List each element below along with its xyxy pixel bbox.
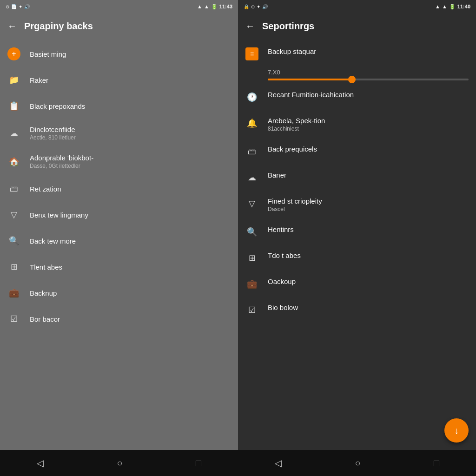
right-panel: 🔒 ⊙ ✦ 🔊 ▲ ▲ 🔋 11:40 ← Seportinrgs ≡ Back… xyxy=(238,0,476,476)
list-item-ret[interactable]: 🗃 Ret zation xyxy=(0,176,238,202)
slider-value: 7.X0 xyxy=(268,69,469,76)
recent-fum-icon: 🕐 xyxy=(245,91,258,104)
slider-area: 7.X0 xyxy=(238,67,476,84)
baner-icon: ☁ xyxy=(245,171,258,184)
list-item-adonp[interactable]: 🏠 Adonprable 'biokbot- Dasse, 0Gt ilette… xyxy=(0,147,238,176)
right-wifi-icon: ▲ xyxy=(435,4,440,9)
benx-icon: ▽ xyxy=(7,208,20,221)
tdo-tabes-primary: Tdo t abes xyxy=(268,251,469,259)
hentinrs-icon: 🔍 xyxy=(245,225,258,238)
list-item-raker[interactable]: 📁 Raker xyxy=(0,67,238,93)
arebela-secondary: 81acchiniest xyxy=(268,126,469,132)
tdo-tabes-icon: ⊞ xyxy=(245,251,258,264)
black-icon: 📋 xyxy=(7,99,20,112)
left-nav-back[interactable]: ◁ xyxy=(26,454,55,472)
settings-item-baner[interactable]: ☁ Baner xyxy=(238,165,476,191)
right-status-icons: 🔒 ⊙ ✦ 🔊 xyxy=(244,4,268,9)
back-prequicels-text: Back prequicels xyxy=(268,145,469,153)
bio-bolow-icon: ☑ xyxy=(245,304,258,317)
right-title: Seportinrgs xyxy=(262,21,314,32)
backtew-text: Back tew more xyxy=(30,237,231,245)
settings-item-recent-fum[interactable]: 🕐 Recant Fumition-icahication xyxy=(238,84,476,110)
ret-text: Ret zation xyxy=(30,185,231,193)
right-back-button[interactable]: ← xyxy=(245,21,255,32)
right-bottom-nav: ◁ ○ □ xyxy=(238,450,476,476)
left-battery-icon: 🔋 xyxy=(211,4,218,10)
baner-primary: Baner xyxy=(268,171,469,179)
right-nav-home[interactable]: ○ xyxy=(344,454,371,472)
list-item-backtew[interactable]: 🔍 Back tew more xyxy=(0,228,238,254)
left-signal-icon: ▲ xyxy=(204,4,209,9)
baner-text: Baner xyxy=(268,171,469,179)
right-status-icon-2: ⊙ xyxy=(251,4,255,9)
left-nav-recent[interactable]: □ xyxy=(185,454,212,472)
settings-item-back-prequicels[interactable]: 🗃 Back prequicels xyxy=(238,139,476,165)
tlent-primary: Tlent abes xyxy=(30,263,231,271)
settings-item-bio-bolow[interactable]: ☑ Bio bolow xyxy=(238,297,476,323)
backtew-primary: Back tew more xyxy=(30,237,231,245)
adonp-primary: Adonprable 'biokbot- xyxy=(30,154,231,162)
left-status-icon-4: 🔊 xyxy=(24,4,30,9)
black-text: Black prepoxands xyxy=(30,102,231,110)
recent-fum-primary: Recant Fumition-icahication xyxy=(268,91,469,99)
adonp-icon: 🏠 xyxy=(7,155,20,168)
right-nav-back[interactable]: ◁ xyxy=(264,454,293,472)
list-item-basket[interactable]: + Basiet ming xyxy=(0,41,238,67)
list-item-bor[interactable]: ☑ Bor bacor xyxy=(0,306,238,332)
left-status-bar: ⊙ 📄 ✦ 🔊 ▲ ▲ 🔋 11:43 xyxy=(0,0,238,13)
left-status-icon-2: 📄 xyxy=(11,4,17,9)
slider-track[interactable] xyxy=(268,79,469,80)
right-time: 11:40 xyxy=(457,4,470,9)
left-back-button[interactable]: ← xyxy=(7,21,17,32)
settings-item-fined-st[interactable]: ▽ Fined st criopleity Dascel xyxy=(238,191,476,219)
list-item-benx[interactable]: ▽ Benx tew lingmany xyxy=(0,202,238,228)
right-status-icon-4: 🔊 xyxy=(262,4,268,9)
left-status-icons: ⊙ 📄 ✦ 🔊 xyxy=(6,4,30,9)
left-wifi-icon: ▲ xyxy=(197,4,202,9)
list-item-black[interactable]: 📋 Black prepoxands xyxy=(0,93,238,119)
right-toolbar: ← Seportinrgs xyxy=(238,13,476,39)
right-battery-icon: 🔋 xyxy=(449,4,456,10)
tdo-tabes-text: Tdo t abes xyxy=(268,251,469,259)
left-status-time: ▲ ▲ 🔋 11:43 xyxy=(197,4,232,10)
backup-staquar-primary: Backup staquar xyxy=(268,47,469,55)
raker-primary: Raker xyxy=(30,76,231,84)
backup-staquar-text: Backup staquar xyxy=(268,47,469,55)
bor-text: Bor bacor xyxy=(30,315,231,323)
fined-st-primary: Fined st criopleity xyxy=(268,197,469,205)
dinclot-icon: ☁ xyxy=(7,127,20,140)
settings-item-tdo-tabes[interactable]: ⊞ Tdo t abes xyxy=(238,245,476,271)
left-nav-home[interactable]: ○ xyxy=(106,454,133,472)
right-nav-recent[interactable]: □ xyxy=(423,454,450,472)
ret-icon: 🗃 xyxy=(7,182,20,195)
oackoup-icon: 💼 xyxy=(245,278,258,291)
back-prequicels-primary: Back prequicels xyxy=(268,145,469,153)
list-item-dinclot[interactable]: ☁ Dinclotcenfiide Aectie, 810 lietiuer xyxy=(0,119,238,147)
list-item-tlent[interactable]: ⊞ Tlent abes xyxy=(0,254,238,280)
bio-bolow-text: Bio bolow xyxy=(268,304,469,311)
settings-item-oackoup[interactable]: 💼 Oackoup xyxy=(238,271,476,297)
fab-icon: ↓ xyxy=(454,425,459,436)
slider-thumb[interactable] xyxy=(348,76,356,83)
arebela-icon: 🔔 xyxy=(245,117,258,130)
fab-button[interactable]: ↓ xyxy=(444,418,469,443)
slider-fill xyxy=(268,79,352,80)
dinclot-text: Dinclotcenfiide Aectie, 810 lietiuer xyxy=(30,126,231,141)
right-status-time: ▲ ▲ 🔋 11:40 xyxy=(435,4,470,10)
list-item-backnup[interactable]: 💼 Backnup xyxy=(0,280,238,306)
left-toolbar: ← Prgapiny backs xyxy=(0,13,238,39)
recent-fum-text: Recant Fumition-icahication xyxy=(268,91,469,99)
fined-st-text: Fined st criopleity Dascel xyxy=(268,197,469,212)
dinclot-secondary: Aectie, 810 lietiuer xyxy=(30,134,231,141)
oackoup-primary: Oackoup xyxy=(268,278,469,285)
right-list: ≡ Backup staquar 7.X0 🕐 Recant Fumition-… xyxy=(238,39,476,450)
settings-item-backup-staquar[interactable]: ≡ Backup staquar xyxy=(238,41,476,67)
adonp-secondary: Dasse, 0Gt ilettedler xyxy=(30,163,231,169)
settings-item-hentinrs[interactable]: 🔍 Hentinrs xyxy=(238,219,476,245)
dinclot-primary: Dinclotcenfiide xyxy=(30,126,231,133)
right-lock-icon: 🔒 xyxy=(244,4,249,9)
fined-st-secondary: Dascel xyxy=(268,206,469,212)
right-status-bar: 🔒 ⊙ ✦ 🔊 ▲ ▲ 🔋 11:40 xyxy=(238,0,476,13)
settings-item-arebela[interactable]: 🔔 Arebela, Spek-tion 81acchiniest xyxy=(238,110,476,139)
hentinrs-primary: Hentinrs xyxy=(268,225,469,233)
